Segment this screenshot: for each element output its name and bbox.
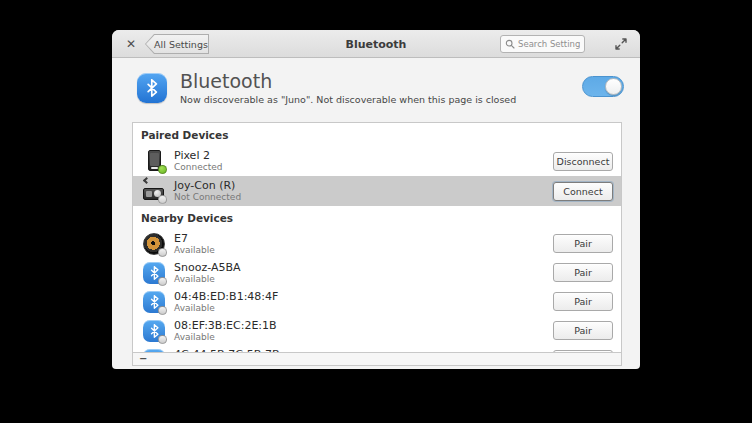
remove-device-button[interactable]: − xyxy=(139,354,147,364)
discoverable-status-text: Now discoverable as "Juno". Not discover… xyxy=(180,94,516,105)
device-status: Available xyxy=(174,245,215,256)
all-settings-label: All Settings xyxy=(146,35,208,53)
device-name: Pixel 2 xyxy=(174,149,222,162)
desktop-background: ✕ All Settings Bluetooth xyxy=(0,0,752,423)
device-row-partial[interactable]: 4C:44:5B:7C:5B:7B Available Pair xyxy=(133,345,621,352)
pair-button[interactable]: Pair xyxy=(553,234,613,253)
page-title: Bluetooth xyxy=(180,70,272,92)
device-status: Available xyxy=(174,303,278,314)
device-row-joycon[interactable]: Joy-Con (R) Not Connected Connect xyxy=(133,176,621,206)
list-action-bar: − xyxy=(132,352,622,366)
bluetooth-device-icon xyxy=(143,320,165,342)
status-emblem xyxy=(158,248,167,257)
search-field[interactable] xyxy=(500,35,585,53)
device-name: Joy-Con (R) xyxy=(174,179,241,192)
device-status: Available xyxy=(174,274,241,285)
device-status: Connected xyxy=(174,162,222,173)
device-row-e7[interactable]: E7 Available Pair xyxy=(133,229,621,258)
device-name: 04:4B:ED:B1:48:4F xyxy=(174,290,278,303)
close-icon[interactable]: ✕ xyxy=(122,30,140,58)
device-row-mac2[interactable]: 08:EF:3B:EC:2E:1B Available Pair xyxy=(133,316,621,345)
bluetooth-toggle[interactable] xyxy=(582,76,624,97)
device-list: Paired Devices Pixel 2 Connected Disconn… xyxy=(132,122,622,352)
search-input[interactable] xyxy=(518,39,580,49)
device-status: Available xyxy=(174,332,277,343)
speaker-icon xyxy=(143,233,165,255)
connected-emblem xyxy=(158,165,167,174)
device-status: Not Connected xyxy=(174,192,241,203)
bluetooth-icon xyxy=(137,73,167,103)
toggle-knob xyxy=(605,78,622,95)
bluetooth-device-icon xyxy=(143,291,165,313)
status-emblem xyxy=(158,277,167,286)
pair-button[interactable]: Pair xyxy=(553,263,613,282)
status-emblem xyxy=(158,306,167,315)
search-icon xyxy=(505,39,515,49)
device-name: 08:EF:3B:EC:2E:1B xyxy=(174,319,277,332)
bluetooth-device-icon xyxy=(143,262,165,284)
maximize-icon[interactable] xyxy=(614,37,628,51)
device-name: Snooz-A5BA xyxy=(174,261,241,274)
connect-button[interactable]: Connect xyxy=(553,182,613,201)
all-settings-back-button[interactable]: All Settings xyxy=(145,34,209,54)
gamepad-icon xyxy=(143,180,165,202)
pair-button[interactable]: Pair xyxy=(553,292,613,311)
bluetooth-settings-window: ✕ All Settings Bluetooth xyxy=(112,30,640,369)
headerbar: ✕ All Settings Bluetooth xyxy=(112,30,640,58)
pair-button[interactable]: Pair xyxy=(553,321,613,340)
status-emblem xyxy=(158,335,167,344)
device-row-mac1[interactable]: 04:4B:ED:B1:48:4F Available Pair xyxy=(133,287,621,316)
section-header-paired: Paired Devices xyxy=(133,123,621,146)
section-header-nearby: Nearby Devices xyxy=(133,206,621,229)
phone-icon xyxy=(143,150,165,172)
device-row-pixel2[interactable]: Pixel 2 Connected Disconnect xyxy=(133,146,621,176)
status-emblem xyxy=(158,195,167,204)
device-name: E7 xyxy=(174,232,215,245)
device-row-snooz[interactable]: Snooz-A5BA Available Pair xyxy=(133,258,621,287)
disconnect-button[interactable]: Disconnect xyxy=(553,152,613,171)
